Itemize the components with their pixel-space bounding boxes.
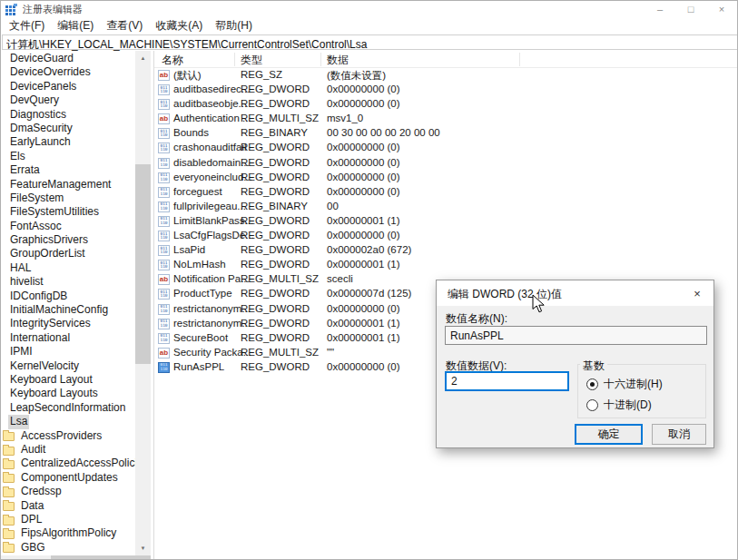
close-icon[interactable]: ×: [706, 1, 737, 18]
tree-item-GroupOrderList[interactable]: GroupOrderList: [1, 247, 135, 260]
tree-item-GraphicsDrivers[interactable]: GraphicsDrivers: [1, 233, 135, 247]
radio-decimal[interactable]: 十进制(D): [586, 398, 652, 413]
radio-button-icon[interactable]: [586, 399, 598, 411]
value-row-LsaPid[interactable]: 011 110LsaPidREG_DWORD0x000002a0 (672): [154, 243, 737, 258]
tree-item-label: GBG: [19, 541, 47, 554]
value-row-LsaCfgFlagsDe...[interactable]: 011 110LsaCfgFlagsDe...REG_DWORD0x000000…: [154, 229, 737, 243]
scrollbar-thumb[interactable]: [135, 164, 151, 364]
value-row-auditbasedirec...[interactable]: 011 110auditbasedirec...REG_DWORD0x00000…: [154, 83, 737, 97]
folder-icon: [3, 502, 15, 511]
dialog-close-icon[interactable]: ×: [684, 283, 710, 303]
tree-item-InitialMachineConfig[interactable]: InitialMachineConfig: [1, 303, 135, 317]
dword-value-icon: 011 110: [158, 142, 170, 153]
tree-item-EarlyLaunch[interactable]: EarlyLaunch: [1, 135, 135, 149]
tree-item-Keyboard Layout[interactable]: Keyboard Layout: [1, 373, 135, 387]
tree-item-Lsa[interactable]: Lsa: [1, 415, 135, 428]
tree-item-FontAssoc[interactable]: FontAssoc: [1, 220, 135, 233]
tree-item-CentralizedAccessPolicies[interactable]: CentralizedAccessPolicies: [1, 457, 135, 470]
ok-button[interactable]: 确定: [575, 424, 643, 445]
column-header-0[interactable]: 名称: [162, 53, 183, 68]
maximize-icon[interactable]: □: [675, 1, 706, 18]
tree-item-Data[interactable]: Data: [1, 499, 135, 513]
menu-item-4[interactable]: 帮助(H): [209, 18, 259, 34]
value-row-auditbaseobje...[interactable]: 011 110auditbaseobje...REG_DWORD0x000000…: [154, 97, 737, 112]
tree-item-DevQuery[interactable]: DevQuery: [1, 93, 135, 107]
column-header-2[interactable]: 数据: [327, 53, 349, 68]
tree-item-Els[interactable]: Els: [1, 150, 135, 163]
value-type: REG_DWORD: [241, 186, 310, 197]
menu-item-2[interactable]: 查看(V): [100, 18, 149, 34]
tree-vertical-scrollbar[interactable]: ▲ ▼: [135, 51, 151, 555]
menu-item-1[interactable]: 编辑(E): [51, 18, 100, 34]
tree-item-Credssp[interactable]: Credssp: [1, 485, 135, 498]
tree-item-DmaSecurity[interactable]: DmaSecurity: [1, 122, 135, 135]
tree-item-Errata[interactable]: Errata: [1, 163, 135, 177]
tree-item-IDConfigDB[interactable]: IDConfigDB: [1, 290, 135, 303]
value-row-(默认)[interactable]: ab(默认)REG_SZ(数值未设置): [154, 68, 737, 83]
dword-value-icon: 011 110: [158, 216, 170, 227]
tree-item-label: LeapSecondInformation: [8, 401, 127, 415]
tree-item-Keyboard Layouts[interactable]: Keyboard Layouts: [1, 387, 135, 400]
scrollbar-thumb[interactable]: [51, 555, 151, 560]
tree-item-DevicePanels[interactable]: DevicePanels: [1, 80, 135, 93]
tree-item-DPL[interactable]: DPL: [1, 513, 135, 526]
minimize-icon[interactable]: –: [645, 1, 675, 18]
value-type: REG_DWORD: [241, 157, 310, 168]
value-row-NoLmHash[interactable]: 011 110NoLmHashREG_DWORD0x00000001 (1): [154, 258, 737, 272]
value-data: 0x00000000 (0): [327, 142, 400, 152]
tree-item-label: Data: [19, 499, 45, 513]
tree-item-label: DeviceOverrides: [8, 65, 93, 79]
tree-item-IPMI[interactable]: IPMI: [1, 345, 135, 359]
value-row-Authentication ...[interactable]: abAuthentication ...REG_MULTI_SZmsv1_0: [154, 112, 737, 126]
value-data: 00: [327, 201, 339, 211]
tree-item-FileSystemUtilities[interactable]: FileSystemUtilities: [1, 205, 135, 219]
tree-item-International[interactable]: International: [1, 331, 135, 345]
value-row-disabledomain...[interactable]: 011 110disabledomain...REG_DWORD0x000000…: [154, 156, 737, 171]
tree-item-hivelist[interactable]: hivelist: [1, 275, 135, 289]
address-input[interactable]: [3, 38, 737, 52]
menu-item-0[interactable]: 文件(F): [3, 18, 51, 34]
scroll-up-icon[interactable]: ▲: [135, 51, 151, 65]
tree-horizontal-scrollbar[interactable]: [1, 555, 151, 560]
scroll-down-icon[interactable]: ▼: [135, 541, 151, 555]
string-value-icon: ab: [158, 113, 170, 124]
value-name-field[interactable]: [445, 326, 707, 345]
tree-item-LeapSecondInformation[interactable]: LeapSecondInformation: [1, 401, 135, 415]
dialog-title: 编辑 DWORD (32 位)值: [448, 287, 562, 302]
tree-item-FeatureManagement[interactable]: FeatureManagement: [1, 178, 135, 192]
value-data: 0x00000001 (1): [327, 318, 400, 329]
cancel-button[interactable]: 取消: [652, 424, 706, 445]
tree-item-IntegrityServices[interactable]: IntegrityServices: [1, 317, 135, 330]
value-row-crashonauditfail[interactable]: 011 110crashonauditfailREG_DWORD0x000000…: [154, 141, 737, 155]
tree-item-label: Keyboard Layouts: [8, 387, 100, 400]
tree-item-ComponentUpdates[interactable]: ComponentUpdates: [1, 471, 135, 485]
value-row-Bounds[interactable]: 011 110BoundsREG_BINARY00 30 00 00 00 20…: [154, 126, 737, 141]
tree-item-label: FileSystemUtilities: [8, 205, 101, 219]
value-row-LimitBlankPass...[interactable]: 011 110LimitBlankPass...REG_DWORD0x00000…: [154, 214, 737, 229]
dword-value-icon: 011 110: [158, 158, 170, 169]
radio-button-icon[interactable]: [586, 378, 598, 390]
value-row-fullprivilegeau...[interactable]: 011 110fullprivilegeau...REG_BINARY00: [154, 200, 737, 214]
tree-item-HAL[interactable]: HAL: [1, 261, 135, 275]
value-row-forceguest[interactable]: 011 110forceguestREG_DWORD0x00000000 (0): [154, 185, 737, 200]
tree-item-KernelVelocity[interactable]: KernelVelocity: [1, 359, 135, 373]
tree-item-Audit[interactable]: Audit: [1, 443, 135, 457]
value-type: REG_DWORD: [241, 332, 310, 343]
tree-item-AccessProviders[interactable]: AccessProviders: [1, 429, 135, 443]
tree-item-DeviceOverrides[interactable]: DeviceOverrides: [1, 65, 135, 79]
value-type: REG_MULTI_SZ: [241, 113, 319, 123]
tree-item-DeviceGuard[interactable]: DeviceGuard: [1, 52, 135, 65]
dword-value-icon: 011 110: [158, 289, 170, 300]
value-name: crashonauditfail: [173, 142, 247, 152]
value-data-input[interactable]: [445, 371, 569, 391]
tree-item-FipsAlgorithmPolicy[interactable]: FipsAlgorithmPolicy: [1, 526, 135, 540]
registry-app-icon: [5, 4, 17, 15]
tree-item-FileSystem[interactable]: FileSystem: [1, 192, 135, 205]
value-type: REG_MULTI_SZ: [241, 273, 319, 284]
tree-item-Diagnostics[interactable]: Diagnostics: [1, 108, 135, 122]
radio-hexadecimal[interactable]: 十六进制(H): [586, 377, 663, 392]
tree-item-GBG[interactable]: GBG: [1, 541, 135, 554]
column-header-1[interactable]: 类型: [241, 53, 262, 68]
value-row-everyoneinclud...[interactable]: 011 110everyoneinclud...REG_DWORD0x00000…: [154, 171, 737, 185]
menu-item-3[interactable]: 收藏夹(A): [149, 18, 209, 34]
